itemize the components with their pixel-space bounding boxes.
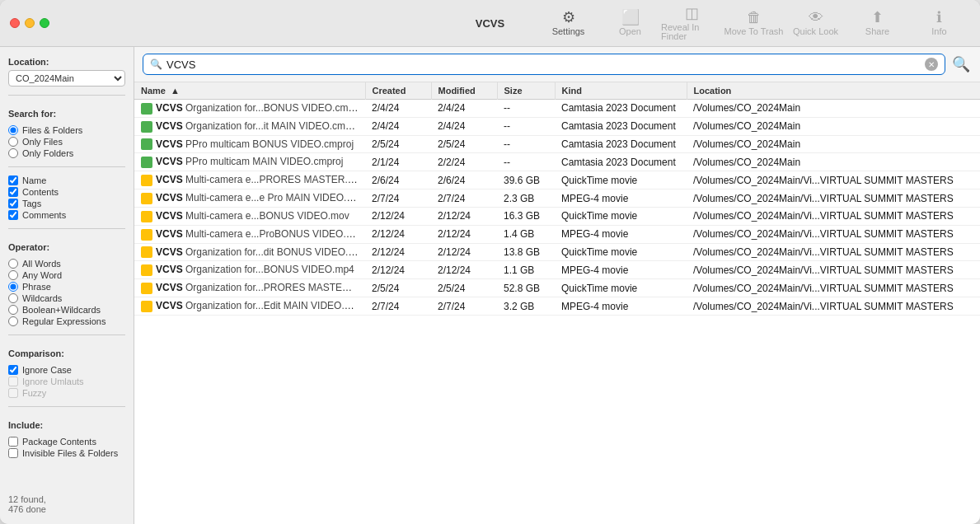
radio-phrase[interactable]: Phrase [8,282,125,292]
file-icon [141,283,152,294]
cell-size: 39.6 GB [497,171,555,189]
toolbar: ⚙ Settings ⬜ Open ◫ Reveal In Finder 🗑 M… [537,2,970,44]
divider-2 [8,166,125,167]
cell-name: VCVS Multi-camera e...e Pro MAIN VIDEO.m… [134,189,365,208]
search-input-wrap: 🔍 ✕ [143,54,945,75]
cb-tags[interactable]: Tags [8,199,125,208]
table-header-row: Name ▲ Created Modified Size Kind Locati… [134,82,980,100]
file-icon [141,229,152,241]
move-to-trash-button[interactable]: 🗑 Move To Trash [723,2,785,44]
cb-ignore-case[interactable]: Ignore Case [8,365,125,375]
minimize-button[interactable] [25,18,35,28]
file-icon [141,264,152,276]
include-group: Package Contents Invisible Files & Folde… [8,437,125,458]
cb-fuzzy[interactable]: Fuzzy [8,388,125,398]
radio-regex[interactable]: Regular Expressions [8,316,125,326]
cell-location: /Volumes/CO_2024Main/Vi...VIRTUAL SUMMIT… [687,171,980,189]
divider-4 [8,335,125,335]
col-header-size[interactable]: Size [497,82,555,100]
table-row[interactable]: VCVS Multi-camera e...BONUS VIDEO.mov2/1… [134,207,980,225]
table-row[interactable]: VCVS Organization for...dit BONUS VIDEO.… [134,243,980,261]
cell-modified: 2/7/24 [431,297,497,316]
table-row[interactable]: VCVS Organization for...BONUS VIDEO.mp42… [134,261,980,279]
quicklook-icon: 👁 [809,10,823,25]
col-header-modified[interactable]: Modified [431,82,497,100]
cb-contents[interactable]: Contents [8,187,125,197]
cb-comments[interactable]: Comments [8,210,125,220]
sort-arrow-name: ▲ [171,86,180,96]
cell-created: 2/12/24 [365,225,431,243]
table-row[interactable]: VCVS Organization for...BONUS VIDEO.cmpr… [134,100,980,118]
cb-name[interactable]: Name [8,175,125,185]
main-content: 🔍 ✕ 🔍 Name ▲ Created Modified Size [134,47,980,524]
search-button[interactable]: 🔍 [950,54,972,75]
radio-wildcards[interactable]: Wildcards [8,293,125,303]
open-button[interactable]: ⬜ Open [599,2,661,44]
search-icon: 🔍 [150,58,162,70]
clear-search-button[interactable]: ✕ [925,58,938,71]
radio-any-word[interactable]: Any Word [8,270,125,280]
cell-created: 2/7/24 [365,297,431,316]
reveal-in-finder-button[interactable]: ◫ Reveal In Finder [661,2,723,44]
search-for-label: Search for: [8,109,125,119]
cell-created: 2/12/24 [365,261,431,279]
location-select[interactable]: CO_2024Main [8,70,125,87]
cell-size: 13.8 GB [497,243,555,261]
cell-size: -- [497,100,555,118]
main-window: VCVS ⚙ Settings ⬜ Open ◫ Reveal In Finde… [0,0,980,524]
cell-kind: Camtasia 2023 Document [555,100,687,118]
cell-created: 2/12/24 [365,243,431,261]
cb-package-contents[interactable]: Package Contents [8,437,125,447]
quick-look-button[interactable]: 👁 Quick Look [785,2,846,44]
filename-rest: Organization for...it MAIN VIDEO.cmproj [183,120,362,132]
filename-rest: Multi-camera e...ProBONUS VIDEO.mp4 [183,228,365,240]
cell-location: /Volumes/CO_2024Main [687,100,980,118]
col-header-created[interactable]: Created [365,82,431,100]
close-button[interactable] [10,18,20,28]
cell-kind: MPEG-4 movie [555,261,687,279]
radio-only-files[interactable]: Only Files [8,137,125,147]
filename-rest: Organization for...BONUS VIDEO.mp4 [183,264,354,275]
cell-size: 16.3 GB [497,207,555,225]
cell-location: /Volumes/CO_2024Main/Vi...VIRTUAL SUMMIT… [687,189,980,208]
radio-files-folders[interactable]: Files & Folders [8,125,125,135]
filename-rest: Organization for...PRORES MASTER.mov [183,282,365,293]
col-header-name[interactable]: Name ▲ [134,82,365,100]
settings-button[interactable]: ⚙ Settings [537,2,599,44]
cell-name: VCVS Organization for...Edit MAIN VIDEO.… [134,297,365,316]
table-row[interactable]: VCVS Organization for...PRORES MASTER.mo… [134,279,980,297]
filename-highlight: VCVS [156,264,183,275]
table-row[interactable]: VCVS Multi-camera e...e Pro MAIN VIDEO.m… [134,189,980,208]
cb-ignore-umlauts[interactable]: Ignore Umlauts [8,377,125,386]
cell-modified: 2/12/24 [431,225,497,243]
cell-size: 3.2 GB [497,297,555,316]
filename-rest: PPro multicam BONUS VIDEO.cmproj [183,138,354,150]
radio-only-folders[interactable]: Only Folders [8,148,125,158]
table-row[interactable]: VCVS PPro multicam MAIN VIDEO.cmproj2/1/… [134,153,980,171]
table-row[interactable]: VCVS Multi-camera e...ProBONUS VIDEO.mp4… [134,225,980,243]
filename-highlight: VCVS [156,174,183,185]
filename-rest: Organization for...Edit MAIN VIDEO.mp4 [183,300,363,311]
col-header-kind[interactable]: Kind [555,82,687,100]
cell-modified: 2/4/24 [431,100,497,118]
maximize-button[interactable] [40,18,49,28]
col-header-location[interactable]: Location [687,82,980,100]
file-icon [141,175,152,186]
app-title: VCVS [476,17,504,30]
cell-location: /Volumes/CO_2024Main/Vi...VIRTUAL SUMMIT… [687,297,980,316]
share-button[interactable]: ⬆ Share [846,2,908,44]
divider-1 [8,95,125,96]
radio-all-words[interactable]: All Words [8,259,125,269]
radio-boolean-wildcards[interactable]: Boolean+Wildcards [8,305,125,315]
table-row[interactable]: VCVS Organization for...it MAIN VIDEO.cm… [134,117,980,135]
share-icon: ⬆ [871,10,884,25]
filename-highlight: VCVS [156,246,183,258]
table-row[interactable]: VCVS PPro multicam BONUS VIDEO.cmproj2/5… [134,135,980,153]
search-input[interactable] [166,58,921,71]
table-row[interactable]: VCVS Multi-camera e...PRORES MASTER.mov2… [134,171,980,189]
file-icon [141,246,152,258]
table-row[interactable]: VCVS Organization for...Edit MAIN VIDEO.… [134,297,980,316]
divider-3 [8,228,125,229]
info-button[interactable]: ℹ Info [908,2,970,44]
cb-invisible-files[interactable]: Invisible Files & Folders [8,448,125,458]
